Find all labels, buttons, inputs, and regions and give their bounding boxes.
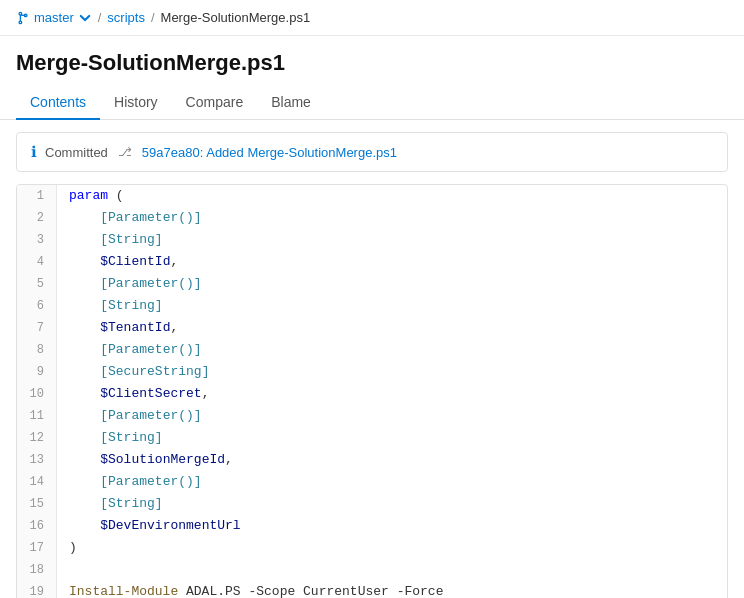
- chevron-down-icon: [78, 11, 92, 25]
- line-number: 12: [17, 427, 57, 449]
- svg-point-0: [19, 12, 22, 15]
- line-content: [Parameter()]: [57, 405, 727, 427]
- code-viewer: 1param (2 [Parameter()]3 [String]4 $Clie…: [16, 184, 728, 598]
- breadcrumb-folder[interactable]: scripts: [107, 10, 145, 25]
- table-row: 3 [String]: [17, 229, 727, 251]
- line-content: [Parameter()]: [57, 339, 727, 361]
- line-number: 2: [17, 207, 57, 229]
- table-row: 14 [Parameter()]: [17, 471, 727, 493]
- line-number: 18: [17, 559, 57, 581]
- branch-name: master: [34, 10, 74, 25]
- table-row: 1param (: [17, 185, 727, 207]
- line-number: 5: [17, 273, 57, 295]
- line-number: 4: [17, 251, 57, 273]
- line-content: ): [57, 537, 727, 559]
- line-number: 3: [17, 229, 57, 251]
- table-row: 4 $ClientId,: [17, 251, 727, 273]
- line-content: $DevEnvironmentUrl: [57, 515, 727, 537]
- table-row: 6 [String]: [17, 295, 727, 317]
- line-content: $ClientSecret,: [57, 383, 727, 405]
- tab-blame[interactable]: Blame: [257, 86, 325, 120]
- commit-branch-icon: ⎇: [118, 145, 132, 159]
- table-row: 7 $TenantId,: [17, 317, 727, 339]
- table-row: 19Install-Module ADAL.PS -Scope CurrentU…: [17, 581, 727, 598]
- tab-compare[interactable]: Compare: [172, 86, 258, 120]
- branch-selector[interactable]: master: [16, 10, 92, 25]
- commit-hash[interactable]: 59a7ea80: Added Merge-SolutionMerge.ps1: [142, 145, 397, 160]
- tab-history[interactable]: History: [100, 86, 172, 120]
- tab-bar: Contents History Compare Blame: [0, 86, 744, 120]
- line-content: [Parameter()]: [57, 273, 727, 295]
- line-content: [String]: [57, 295, 727, 317]
- table-row: 2 [Parameter()]: [17, 207, 727, 229]
- table-row: 5 [Parameter()]: [17, 273, 727, 295]
- sep2: /: [151, 10, 155, 25]
- table-row: 12 [String]: [17, 427, 727, 449]
- line-number: 1: [17, 185, 57, 207]
- breadcrumb: master / scripts / Merge-SolutionMerge.p…: [0, 0, 744, 36]
- commit-bar: ℹ Committed ⎇ 59a7ea80: Added Merge-Solu…: [16, 132, 728, 172]
- line-number: 6: [17, 295, 57, 317]
- line-number: 8: [17, 339, 57, 361]
- line-number: 13: [17, 449, 57, 471]
- table-row: 18: [17, 559, 727, 581]
- table-row: 10 $ClientSecret,: [17, 383, 727, 405]
- tab-contents[interactable]: Contents: [16, 86, 100, 120]
- line-number: 7: [17, 317, 57, 339]
- line-content: [Parameter()]: [57, 207, 727, 229]
- info-icon: ℹ: [31, 143, 37, 161]
- line-content: [SecureString]: [57, 361, 727, 383]
- line-content: Install-Module ADAL.PS -Scope CurrentUse…: [57, 581, 727, 598]
- sep1: /: [98, 10, 102, 25]
- line-number: 10: [17, 383, 57, 405]
- line-content: param (: [57, 185, 727, 207]
- breadcrumb-file: Merge-SolutionMerge.ps1: [161, 10, 311, 25]
- table-row: 11 [Parameter()]: [17, 405, 727, 427]
- page-title: Merge-SolutionMerge.ps1: [0, 36, 744, 86]
- table-row: 8 [Parameter()]: [17, 339, 727, 361]
- line-number: 9: [17, 361, 57, 383]
- line-content: [Parameter()]: [57, 471, 727, 493]
- line-content: [String]: [57, 427, 727, 449]
- svg-point-1: [19, 21, 22, 24]
- line-content: $ClientId,: [57, 251, 727, 273]
- table-row: 16 $DevEnvironmentUrl: [17, 515, 727, 537]
- line-number: 19: [17, 581, 57, 598]
- line-content: [String]: [57, 229, 727, 251]
- line-number: 15: [17, 493, 57, 515]
- table-row: 17): [17, 537, 727, 559]
- line-number: 17: [17, 537, 57, 559]
- line-number: 14: [17, 471, 57, 493]
- line-number: 11: [17, 405, 57, 427]
- table-row: 13 $SolutionMergeId,: [17, 449, 727, 471]
- line-content: $TenantId,: [57, 317, 727, 339]
- table-row: 9 [SecureString]: [17, 361, 727, 383]
- line-content: [String]: [57, 493, 727, 515]
- line-number: 16: [17, 515, 57, 537]
- table-row: 15 [String]: [17, 493, 727, 515]
- commit-label: Committed: [45, 145, 108, 160]
- line-content: $SolutionMergeId,: [57, 449, 727, 471]
